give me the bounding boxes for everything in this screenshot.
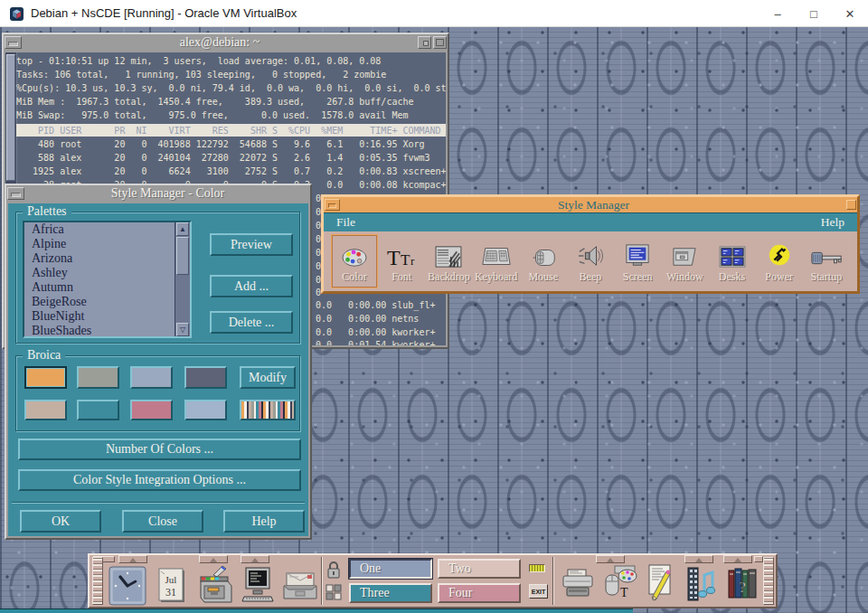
mouse-icon: [528, 240, 559, 269]
minimize-button[interactable]: –: [760, 0, 796, 27]
palette-icon: [340, 240, 369, 269]
color-style-integration-button[interactable]: Color Style Integration Options ...: [18, 469, 301, 491]
style-item-mouse[interactable]: Mouse: [520, 234, 567, 288]
style-manager-icon: T: [602, 564, 638, 602]
palette-list[interactable]: Africa Alpine Arizona Ashley Autumn Beig…: [23, 221, 192, 338]
workspace-button-one[interactable]: One: [349, 559, 432, 579]
palette-list-item[interactable]: Alpine: [24, 237, 190, 251]
backdrop-icon: [434, 240, 463, 269]
subpanel-tab[interactable]: [118, 555, 147, 563]
printer-launcher[interactable]: [561, 568, 595, 602]
palette-list-item[interactable]: BeigeRose: [24, 295, 190, 309]
add-button[interactable]: Add ...: [210, 275, 293, 297]
window-menu-icon[interactable]: [5, 36, 22, 49]
close-button[interactable]: Close: [122, 510, 203, 533]
window-menu-icon[interactable]: [325, 199, 340, 211]
style-item-keyboard[interactable]: Keyboard: [473, 234, 520, 288]
palette-list-item[interactable]: Autumn: [24, 280, 190, 295]
help-button[interactable]: Help: [223, 510, 305, 533]
scroll-down-icon[interactable]: ▽: [176, 323, 189, 336]
palette-stripes-swatch[interactable]: [240, 400, 296, 420]
help-launcher[interactable]: ?: [726, 565, 759, 605]
subpanel-tab[interactable]: [199, 555, 228, 563]
scroll-up-icon[interactable]: ▲: [176, 222, 189, 236]
subpanel-tab[interactable]: [723, 555, 752, 563]
style-item-screen[interactable]: Screen: [614, 234, 661, 288]
exit-button[interactable]: EXIT: [529, 584, 548, 599]
subpanel-tab[interactable]: [596, 555, 625, 563]
style-manager-title: Style Manager: [341, 198, 846, 212]
style-manager-titlebar[interactable]: Style Manager: [324, 197, 857, 212]
file-drawer-icon: [195, 564, 233, 606]
maximize-button[interactable]: □: [796, 0, 832, 27]
printer-icon: [561, 568, 595, 599]
palette-list-item[interactable]: BlueNight: [24, 309, 190, 324]
preview-button[interactable]: Preview: [210, 233, 293, 256]
subpanel-tab[interactable]: [684, 555, 713, 563]
style-item-beep[interactable]: Beep: [567, 234, 614, 288]
style-item-backdrop[interactable]: Backdrop: [425, 234, 472, 288]
window-menu-icon[interactable]: [7, 187, 24, 200]
menu-help[interactable]: Help: [808, 215, 857, 230]
calendar-launcher[interactable]: Jul 31: [158, 568, 187, 608]
color-swatch-3[interactable]: [130, 366, 173, 389]
workspace-button-three[interactable]: Three: [349, 583, 432, 603]
text-editor-launcher[interactable]: [646, 563, 675, 607]
scrollbar-thumb[interactable]: [176, 237, 189, 275]
window-list-button[interactable]: [326, 584, 342, 604]
svg-text:T: T: [401, 251, 410, 269]
media-player-launcher[interactable]: [684, 566, 717, 606]
number-of-colors-button[interactable]: Number Of Colors ...: [18, 439, 301, 460]
color-swatch-2[interactable]: [77, 366, 119, 389]
lock-screen-button[interactable]: [326, 561, 341, 583]
maximize-icon[interactable]: [846, 200, 856, 210]
color-swatch-5[interactable]: [24, 400, 67, 420]
style-item-desks[interactable]: Desks: [709, 234, 756, 288]
current-palette-label: Broica: [23, 348, 65, 363]
palette-list-item[interactable]: Arizona: [24, 251, 190, 266]
style-item-startup[interactable]: Startup: [803, 234, 850, 288]
style-item-power[interactable]: Power: [756, 234, 803, 288]
subpanel-tab[interactable]: [241, 555, 269, 563]
file-manager-launcher[interactable]: [195, 564, 233, 609]
style-manager-menubar: File Help: [324, 212, 857, 231]
top-summary-line: Tasks: 106 total, 1 running, 103 sleepin…: [16, 69, 386, 80]
terminal-titlebar[interactable]: alex@debian: ~: [4, 34, 448, 51]
mail-launcher[interactable]: [281, 570, 319, 608]
color-swatch-4[interactable]: [184, 366, 227, 389]
clock-launcher[interactable]: [108, 566, 146, 609]
panel-corner-handle[interactable]: [754, 556, 763, 562]
style-item-font[interactable]: T T r Font: [378, 234, 425, 288]
style-color-titlebar[interactable]: Style Manager - Color: [6, 185, 310, 202]
palette-list-item[interactable]: Africa: [24, 222, 190, 237]
modify-button[interactable]: Modify: [240, 366, 296, 389]
palette-list-scrollbar[interactable]: ▲ ▽: [175, 222, 190, 336]
color-swatch-1[interactable]: [24, 366, 67, 389]
top-summary-line: top - 01:10:51 up 12 min, 3 users, load …: [16, 55, 381, 67]
palette-list-item[interactable]: BlueShades: [24, 324, 190, 338]
style-item-color[interactable]: Color: [331, 234, 378, 288]
scrollbar-thumb[interactable]: [6, 54, 15, 181]
menu-file[interactable]: File: [324, 215, 368, 230]
close-button[interactable]: ✕: [832, 0, 868, 27]
process-table-header: PID USER PR NI VIRT RES SHR S %CPU %MEM …: [16, 124, 446, 137]
maximize-icon[interactable]: [433, 36, 447, 49]
terminal-launcher[interactable]: [241, 566, 275, 608]
minimize-icon[interactable]: [418, 36, 431, 49]
workspace-button-two[interactable]: Two: [438, 559, 521, 579]
process-row-fragment: 0.0 0:00.00 slub_fl+: [316, 299, 435, 311]
style-item-window[interactable]: Window: [661, 234, 708, 288]
svg-text:T: T: [387, 246, 401, 269]
ok-button[interactable]: OK: [20, 510, 101, 533]
color-swatch-7[interactable]: [130, 400, 173, 420]
delete-button[interactable]: Delete ...: [210, 311, 293, 334]
calendar-icon: Jul 31: [158, 568, 187, 604]
color-swatch-8[interactable]: [184, 400, 227, 420]
panel-grip-right[interactable]: [763, 557, 774, 605]
workspace-button-four[interactable]: Four: [438, 583, 521, 603]
panel-grip-left[interactable]: [92, 557, 103, 605]
palette-list-item[interactable]: Ashley: [24, 266, 190, 280]
style-manager-launcher[interactable]: T: [602, 564, 638, 606]
workspace-grid-icon: [326, 584, 342, 600]
color-swatch-6[interactable]: [77, 400, 119, 420]
